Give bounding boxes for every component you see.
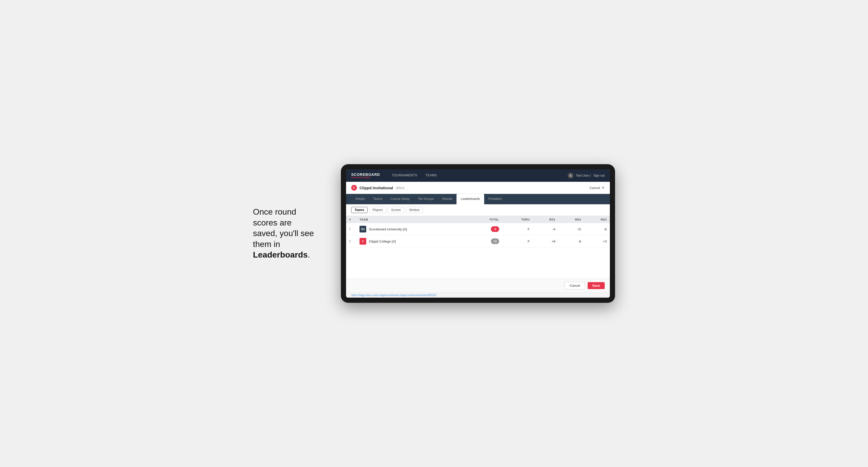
col-thru: THRU bbox=[502, 216, 533, 223]
left-text-line1: Once round bbox=[253, 207, 296, 216]
cell-rank: 1 bbox=[346, 223, 356, 235]
tab-teams[interactable]: Teams bbox=[369, 194, 386, 204]
left-text-bold: Leaderboards bbox=[253, 250, 308, 259]
nav-item-teams[interactable]: TEAMS bbox=[421, 169, 441, 182]
cell-rd1: -4 bbox=[533, 223, 558, 235]
cell-thru: F bbox=[502, 235, 533, 247]
cell-total: -5 bbox=[469, 223, 502, 235]
nav-items: TOURNAMENTS TEAMS bbox=[388, 169, 441, 182]
cell-thru: F bbox=[502, 223, 533, 235]
cell-rd3: -6 bbox=[584, 223, 610, 235]
table-header-row: # TEAM TOTAL THRU RD1 RD2 RD3 bbox=[346, 216, 610, 223]
col-total: TOTAL bbox=[469, 216, 502, 223]
logo-sub: Powered by clippd bbox=[351, 176, 380, 179]
tab-results[interactable]: Results bbox=[438, 194, 457, 204]
logo-area: SCOREBOARD Powered by clippd bbox=[351, 173, 380, 179]
cell-rd3: +3 bbox=[584, 235, 610, 247]
cell-rank: 2 bbox=[346, 235, 356, 247]
sub-tab-scores[interactable]: Scores bbox=[388, 207, 404, 213]
table-row: 1 SU Scoreboard University [A] -5 F -4 +… bbox=[346, 223, 610, 235]
tab-leaderboards[interactable]: Leaderboards bbox=[457, 194, 484, 204]
table-row: 2 C Clippd College [A] +3 F +8 -8 +3 bbox=[346, 235, 610, 247]
footer-bar: Cancel Save bbox=[346, 279, 610, 292]
close-icon: ✕ bbox=[601, 186, 605, 190]
tournament-gender: (Men) bbox=[396, 186, 404, 190]
left-text-line4: them in bbox=[253, 240, 280, 249]
left-text-line3: saved, you'll see bbox=[253, 228, 314, 238]
tournament-title-area: C Clippd Invitational (Men) bbox=[351, 185, 404, 191]
col-rd1: RD1 bbox=[533, 216, 558, 223]
tournament-header: C Clippd Invitational (Men) Cancel ✕ bbox=[346, 182, 610, 194]
cell-rd2: -8 bbox=[558, 235, 584, 247]
url-bar: https://stage-blue-coach.stagescoreboard… bbox=[346, 292, 610, 298]
save-button[interactable]: Save bbox=[588, 282, 605, 289]
col-rd3: RD3 bbox=[584, 216, 610, 223]
cancel-button[interactable]: Cancel bbox=[565, 282, 585, 289]
content-spacer bbox=[346, 247, 610, 279]
tournament-icon: C bbox=[351, 185, 357, 191]
cell-team: SU Scoreboard University [A] bbox=[356, 223, 469, 235]
cell-rd2: +5 bbox=[558, 223, 584, 235]
left-description: Once round scores are saved, you'll see … bbox=[253, 207, 326, 260]
sub-tab-players[interactable]: Players bbox=[369, 207, 386, 213]
tab-tee-groups[interactable]: Tee Groups bbox=[413, 194, 438, 204]
nav-left: SCOREBOARD Powered by clippd TOURNAMENTS… bbox=[351, 169, 441, 182]
nav-right: S Test User | Sign out bbox=[568, 173, 605, 179]
user-name: Test User | bbox=[576, 174, 591, 177]
col-rd2: RD2 bbox=[558, 216, 584, 223]
tournament-cancel-button[interactable]: Cancel ✕ bbox=[590, 186, 605, 190]
user-avatar: S bbox=[568, 173, 574, 179]
cell-total: +3 bbox=[469, 235, 502, 247]
cell-rd1: +8 bbox=[533, 235, 558, 247]
tab-course-setup[interactable]: Course Setup bbox=[386, 194, 413, 204]
left-text-line2: scores are bbox=[253, 218, 291, 227]
col-team: TEAM bbox=[356, 216, 469, 223]
nav-item-tournaments[interactable]: TOURNAMENTS bbox=[388, 169, 421, 182]
logo-text: SCOREBOARD bbox=[351, 173, 380, 176]
sub-tab-teams[interactable]: Teams bbox=[351, 207, 368, 213]
sign-out-link[interactable]: Sign out bbox=[593, 174, 605, 177]
tabs-bar: Details Teams Course Setup Tee Groups Re… bbox=[346, 194, 610, 204]
leaderboard-content: # TEAM TOTAL THRU RD1 RD2 RD3 1 SU Sco bbox=[346, 216, 610, 247]
tab-details[interactable]: Details bbox=[351, 194, 369, 204]
tournament-name: Clippd Invitational bbox=[360, 186, 393, 190]
leaderboard-table: # TEAM TOTAL THRU RD1 RD2 RD3 1 SU Sco bbox=[346, 216, 610, 247]
tablet-screen: SCOREBOARD Powered by clippd TOURNAMENTS… bbox=[346, 169, 610, 298]
tablet-device: SCOREBOARD Powered by clippd TOURNAMENTS… bbox=[341, 164, 615, 303]
top-navigation: SCOREBOARD Powered by clippd TOURNAMENTS… bbox=[346, 169, 610, 182]
col-rank: # bbox=[346, 216, 356, 223]
sub-tab-strokes[interactable]: Strokes bbox=[406, 207, 423, 213]
tab-printables[interactable]: Printables bbox=[484, 194, 506, 204]
sub-tabs: Teams Players Scores Strokes bbox=[346, 204, 610, 216]
cell-team: C Clippd College [A] bbox=[356, 235, 469, 247]
